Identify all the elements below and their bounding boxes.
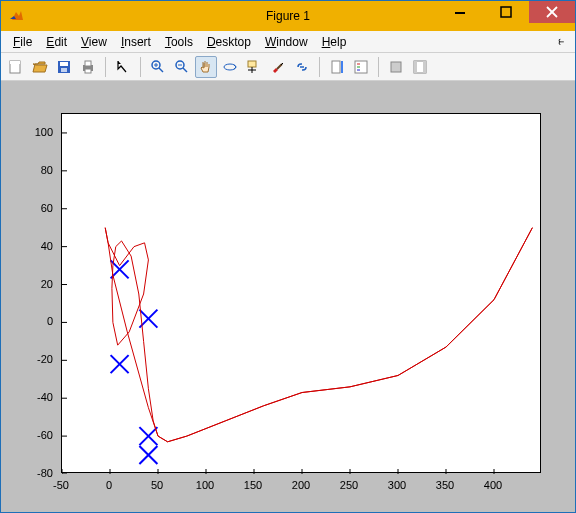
svg-rect-35 [414,61,417,73]
x-tick-labels: -50050100150200250300350400 [61,477,541,493]
edit-plot-button[interactable] [112,56,134,78]
pan-button[interactable] [195,56,217,78]
open-button[interactable] [29,56,51,78]
y-tick-label: 60 [41,202,53,214]
x-tick-label: -50 [53,479,69,491]
svg-rect-22 [248,61,256,67]
show-plot-tools-button[interactable] [409,56,431,78]
minimize-button[interactable] [437,1,483,23]
zoom-out-button[interactable] [171,56,193,78]
x-tick-label: 400 [484,479,502,491]
save-button[interactable] [53,56,75,78]
print-button[interactable] [77,56,99,78]
x-tick-label: 0 [106,479,112,491]
hide-plot-tools-button[interactable] [385,56,407,78]
menu-edit[interactable]: Edit [40,33,73,51]
rotate3d-button[interactable] [219,56,241,78]
y-tick-label: 40 [41,240,53,252]
menu-view[interactable]: View [75,33,113,51]
link-button[interactable] [291,56,313,78]
menu-tools[interactable]: Tools [159,33,199,51]
toolbar [1,53,575,81]
x-tick-label: 200 [292,479,310,491]
svg-rect-13 [85,69,91,73]
menubar: File Edit View Insert Tools Desktop Wind… [1,31,575,53]
svg-rect-33 [391,62,401,72]
svg-line-19 [183,68,187,72]
x-tick-label: 100 [196,479,214,491]
scatter-marker [139,446,157,464]
svg-rect-7 [10,61,20,64]
svg-rect-36 [423,61,426,73]
y-tick-label: -80 [37,467,53,479]
toolbar-separator [105,57,106,77]
y-tick-label: 20 [41,278,53,290]
toolbar-separator [378,57,379,77]
scatter-marker [111,355,129,373]
toolbar-separator [319,57,320,77]
svg-line-15 [159,68,163,72]
scatter-marker [139,427,157,445]
x-tick-label: 300 [388,479,406,491]
dock-icon[interactable]: ⥼ [557,36,569,47]
axes[interactable] [61,113,541,473]
window-controls [437,1,575,31]
maximize-button[interactable] [483,1,529,23]
data-cursor-button[interactable] [243,56,265,78]
figure-client-area: -80-60-40-20020406080100 -50050100150200… [1,81,575,512]
zoom-in-button[interactable] [147,56,169,78]
y-tick-label: 0 [47,315,53,327]
x-tick-label: 250 [340,479,358,491]
y-tick-label: 80 [41,164,53,176]
close-button[interactable] [529,1,575,23]
svg-rect-9 [60,62,68,66]
y-tick-label: 100 [35,126,53,138]
insert-legend-button[interactable] [350,56,372,78]
menu-help[interactable]: Help [316,33,353,51]
toolbar-separator [140,57,141,77]
matlab-icon [9,8,25,24]
insert-colorbar-button[interactable] [326,56,348,78]
titlebar: Figure 1 [1,1,575,31]
y-tick-labels: -80-60-40-20020406080100 [21,113,57,473]
line-series [105,228,532,442]
x-tick-label: 50 [151,479,163,491]
menu-window[interactable]: Window [259,33,314,51]
menu-desktop[interactable]: Desktop [201,33,257,51]
x-tick-label: 350 [436,479,454,491]
y-tick-label: -20 [37,353,53,365]
figure-window: Figure 1 File Edit View Insert Tools Des… [0,0,576,513]
svg-rect-10 [61,68,67,72]
brush-button[interactable] [267,56,289,78]
new-figure-button[interactable] [5,56,27,78]
svg-rect-2 [455,12,465,14]
menu-file[interactable]: File [7,33,38,51]
svg-rect-29 [355,61,367,73]
svg-rect-27 [332,61,340,73]
svg-rect-12 [85,61,91,66]
svg-rect-28 [341,61,343,73]
y-tick-label: -40 [37,391,53,403]
y-tick-label: -60 [37,429,53,441]
menu-insert[interactable]: Insert [115,33,157,51]
plot-canvas [62,114,542,474]
x-tick-label: 150 [244,479,262,491]
svg-rect-3 [501,7,511,17]
